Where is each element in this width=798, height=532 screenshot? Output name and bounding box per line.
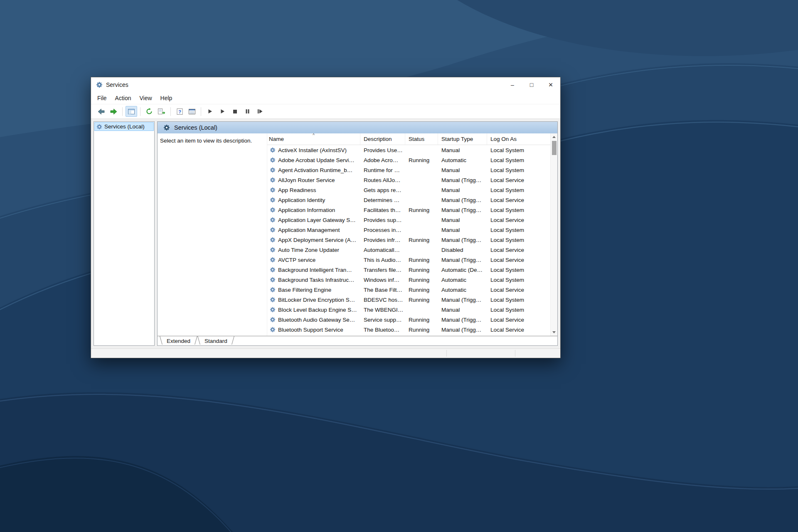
service-cell-desc: BDESVC hos…: [360, 297, 405, 303]
service-cell-desc: Automaticall…: [360, 247, 405, 253]
service-row[interactable]: Application Layer Gateway S…Provides sup…: [267, 215, 557, 225]
service-cell-startup: Manual (Trigg…: [438, 207, 487, 213]
service-row[interactable]: BitLocker Drive Encryption S…BDESVC hos……: [267, 295, 557, 305]
properties-button[interactable]: [186, 106, 198, 117]
column-header-name[interactable]: ^ Name: [267, 133, 360, 145]
service-cell-name: Background Intelligent Tran…: [267, 267, 360, 273]
restart-service-button[interactable]: [254, 106, 266, 117]
maximize-button[interactable]: □: [522, 77, 541, 92]
service-cell-desc: Facilitates th…: [360, 207, 405, 213]
service-row[interactable]: AVCTP serviceThis is Audio…RunningManual…: [267, 255, 557, 265]
service-cell-startup: Manual: [438, 217, 487, 223]
scroll-up-arrow[interactable]: [552, 136, 556, 138]
svg-text:?: ?: [178, 109, 181, 114]
refresh-button[interactable]: [143, 106, 155, 117]
menu-bar: File Action View Help: [91, 92, 560, 104]
service-cell-startup: Automatic: [438, 287, 487, 293]
view-tabs: Extended Standard: [158, 336, 557, 345]
service-row[interactable]: ActiveX Installer (AxInstSV)Provides Use…: [267, 145, 557, 155]
play-icon: [208, 109, 212, 114]
window-title: Services: [106, 81, 128, 88]
tab-label: Extended: [167, 338, 190, 344]
service-cell-desc: Provides Use…: [360, 147, 405, 153]
restart-icon: [257, 109, 263, 114]
tab-extended[interactable]: Extended: [160, 336, 197, 345]
service-row[interactable]: Application IdentityDetermines …Manual (…: [267, 195, 557, 205]
service-row[interactable]: Bluetooth Audio Gateway Se…Service supp……: [267, 315, 557, 325]
start-service-button[interactable]: [204, 106, 216, 117]
service-cell-desc: The WBENGI…: [360, 307, 405, 313]
service-cell-logon: Local System: [487, 167, 557, 173]
service-name-label: AVCTP service: [278, 257, 315, 263]
service-cell-desc: The Base Filt…: [360, 287, 405, 293]
back-button[interactable]: [95, 106, 107, 117]
service-gear-icon: [270, 187, 276, 193]
menu-action[interactable]: Action: [111, 94, 135, 103]
service-row[interactable]: Adobe Acrobat Update Servi…Adobe Acro…Ru…: [267, 155, 557, 165]
service-row[interactable]: AppX Deployment Service (A…Provides infr…: [267, 235, 557, 245]
tab-standard[interactable]: Standard: [197, 336, 234, 345]
service-gear-icon: [270, 177, 276, 183]
service-row[interactable]: AllJoyn Router ServiceRoutes AllJo…Manua…: [267, 175, 557, 185]
service-gear-icon: [270, 317, 276, 323]
service-row[interactable]: Bluetooth Support ServiceThe Bluetoo…Run…: [267, 325, 557, 335]
service-cell-startup: Manual: [438, 187, 487, 193]
service-row[interactable]: Base Filtering EngineThe Base Filt…Runni…: [267, 285, 557, 295]
service-row[interactable]: Background Intelligent Tran…Transfers fi…: [267, 265, 557, 275]
status-bar: [91, 348, 560, 358]
forward-button[interactable]: [108, 106, 119, 117]
service-row[interactable]: Application InformationFacilitates th…Ru…: [267, 205, 557, 215]
service-row[interactable]: Application ManagementProcesses in…Manua…: [267, 225, 557, 235]
service-cell-name: Bluetooth Audio Gateway Se…: [267, 317, 360, 323]
statusbar-divider: [515, 350, 515, 357]
service-cell-status: Running: [405, 257, 438, 263]
service-name-label: Application Layer Gateway S…: [278, 217, 356, 223]
service-cell-status: Running: [405, 267, 438, 273]
service-gear-icon: [270, 157, 276, 163]
service-row[interactable]: Agent Activation Runtime_b…Runtime for ……: [267, 165, 557, 175]
service-cell-startup: Automatic: [438, 157, 487, 163]
column-header-startup-type[interactable]: Startup Type: [438, 133, 487, 145]
menu-view[interactable]: View: [135, 94, 156, 103]
export-list-button[interactable]: [156, 106, 167, 117]
sort-ascending-icon: ^: [313, 133, 315, 137]
minimize-button[interactable]: –: [503, 77, 522, 92]
pause-service-button[interactable]: [241, 106, 253, 117]
service-row[interactable]: Background Tasks Infrastruc…Windows inf……: [267, 275, 557, 285]
service-name-label: Base Filtering Engine: [278, 287, 331, 293]
services-app-icon: [96, 81, 103, 88]
service-cell-startup: Manual (Trigg…: [438, 297, 487, 303]
column-label: Description: [364, 136, 392, 142]
services-body: Select an item to view its description. …: [158, 133, 557, 336]
menu-help[interactable]: Help: [156, 94, 177, 103]
service-cell-logon: Local System: [487, 147, 557, 153]
service-row[interactable]: App ReadinessGets apps re…ManualLocal Sy…: [267, 185, 557, 195]
vertical-scrollbar[interactable]: [550, 133, 557, 336]
show-hide-console-tree-button[interactable]: [126, 106, 137, 117]
scroll-down-arrow[interactable]: [552, 331, 556, 333]
service-gear-icon: [270, 217, 276, 223]
resume-service-button[interactable]: [217, 106, 228, 117]
service-cell-logon: Local Service: [487, 287, 557, 293]
column-header-description[interactable]: Description: [360, 133, 405, 145]
help-button[interactable]: ?: [174, 106, 185, 117]
service-list-pane: ^ Name Description Status Startup Type: [267, 133, 557, 336]
column-header-status[interactable]: Status: [405, 133, 438, 145]
service-name-label: Application Management: [278, 227, 340, 233]
column-header-log-on-as[interactable]: Log On As: [487, 133, 557, 145]
stop-service-button[interactable]: [229, 106, 241, 117]
service-cell-name: Base Filtering Engine: [267, 287, 360, 293]
service-cell-name: AVCTP service: [267, 257, 360, 263]
service-cell-logon: Local Service: [487, 177, 557, 183]
service-cell-logon: Local System: [487, 187, 557, 193]
tree-item-services-local[interactable]: Services (Local): [94, 122, 154, 131]
menu-file[interactable]: File: [93, 94, 111, 103]
service-gear-icon: [270, 197, 276, 203]
titlebar[interactable]: Services – □ ×: [91, 77, 560, 92]
service-row[interactable]: Block Level Backup Engine S…The WBENGI…M…: [267, 305, 557, 315]
close-button[interactable]: ×: [541, 77, 560, 92]
service-list-rows: ActiveX Installer (AxInstSV)Provides Use…: [267, 145, 557, 336]
service-row[interactable]: Auto Time Zone UpdaterAutomaticall…Disab…: [267, 245, 557, 255]
statusbar-divider: [446, 350, 447, 357]
scrollbar-thumb[interactable]: [552, 141, 557, 155]
